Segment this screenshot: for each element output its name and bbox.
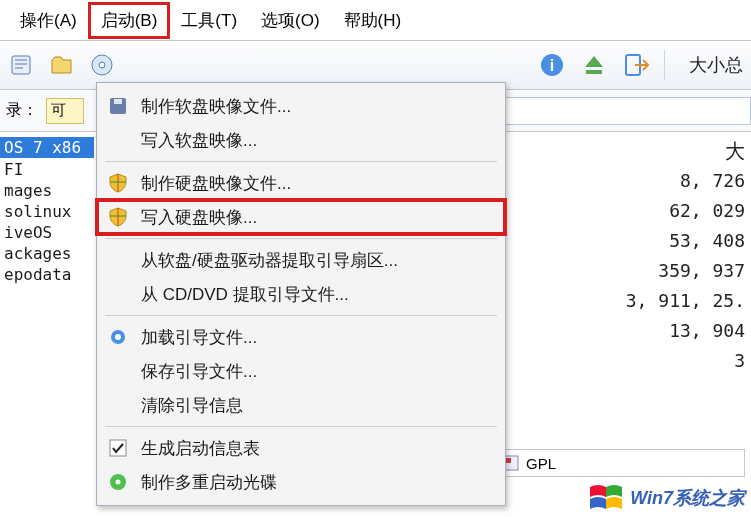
file-row[interactable]: epodata [0, 264, 100, 285]
svg-rect-12 [110, 440, 126, 456]
size-value: 3 [626, 346, 745, 376]
windows-logo-icon [588, 483, 624, 513]
file-row[interactable]: solinux [0, 201, 100, 222]
menu-write-hdd-image[interactable]: 写入硬盘映像... [97, 200, 505, 234]
svg-point-11 [115, 334, 121, 340]
record-input[interactable] [46, 98, 84, 124]
size-value: 62, 029 [626, 196, 745, 226]
file-row[interactable]: iveOS [0, 222, 100, 243]
svg-rect-5 [586, 70, 602, 74]
check-icon [107, 437, 129, 459]
blank-icon [107, 129, 129, 151]
floppy-icon [107, 95, 129, 117]
menu-load-boot-file[interactable]: 加载引导文件... [97, 320, 505, 354]
size-value: 359, 937 [626, 256, 745, 286]
menu-write-floppy-image[interactable]: 写入软盘映像... [97, 123, 505, 157]
menu-make-hdd-image[interactable]: 制作硬盘映像文件... [97, 166, 505, 200]
watermark: Win7系统之家 [588, 483, 745, 513]
blank-icon [107, 283, 129, 305]
shield-icon [107, 206, 129, 228]
menu-help[interactable]: 帮助(H) [332, 3, 414, 38]
svg-point-2 [99, 62, 105, 68]
info-icon[interactable]: i [538, 51, 566, 79]
toolbar-open-icon[interactable] [48, 51, 76, 79]
menu-item-label: 加载引导文件... [141, 326, 257, 349]
exit-icon[interactable] [622, 51, 650, 79]
sizes-column: 大 8, 726 62, 029 53, 408 359, 937 3, 911… [626, 136, 751, 376]
file-row-selected[interactable]: OS 7 x86 [0, 137, 94, 158]
svg-point-14 [116, 480, 121, 485]
boot-menu-dropdown: 制作软盘映像文件... 写入软盘映像... 制作硬盘映像文件... 写入硬盘映像… [96, 82, 506, 506]
path-input[interactable] [464, 97, 751, 125]
size-header: 大 [626, 136, 745, 166]
menu-item-label: 制作硬盘映像文件... [141, 172, 291, 195]
gpl-label: GPL [526, 455, 556, 472]
menu-operate[interactable]: 操作(A) [8, 3, 89, 38]
menu-item-label: 从 CD/DVD 提取引导文件... [141, 283, 349, 306]
svg-rect-9 [114, 99, 122, 104]
record-label: 录： [6, 100, 38, 121]
menu-clear-boot-info[interactable]: 清除引导信息 [97, 388, 505, 422]
menu-item-label: 写入硬盘映像... [141, 206, 257, 229]
size-value: 53, 408 [626, 226, 745, 256]
menu-item-label: 制作软盘映像文件... [141, 95, 291, 118]
size-value: 8, 726 [626, 166, 745, 196]
file-row[interactable]: mages [0, 180, 100, 201]
menu-item-label: 生成启动信息表 [141, 437, 260, 460]
eject-icon[interactable] [580, 51, 608, 79]
menu-options[interactable]: 选项(O) [249, 3, 332, 38]
shield-icon [107, 172, 129, 194]
bottom-strip: GPL [495, 449, 745, 477]
menu-boot[interactable]: 启动(B) [89, 3, 170, 38]
menu-extract-boot-cd[interactable]: 从 CD/DVD 提取引导文件... [97, 277, 505, 311]
menu-tools[interactable]: 工具(T) [169, 3, 249, 38]
cd-green-icon [107, 471, 129, 493]
blank-icon [107, 394, 129, 416]
menubar: 操作(A) 启动(B) 工具(T) 选项(O) 帮助(H) [0, 0, 751, 40]
menu-item-label: 保存引导文件... [141, 360, 257, 383]
svg-rect-0 [12, 56, 30, 74]
menu-item-label: 从软盘/硬盘驱动器提取引导扇区... [141, 249, 398, 272]
svg-rect-16 [506, 458, 511, 463]
menu-item-label: 写入软盘映像... [141, 129, 257, 152]
file-row[interactable]: FI [0, 159, 100, 180]
toolbar-cd-icon[interactable] [88, 51, 116, 79]
toolbar-new-icon[interactable] [8, 51, 36, 79]
blank-icon [107, 360, 129, 382]
file-list: OS 7 x86 FI mages solinux iveOS ackages … [0, 132, 100, 517]
menu-make-floppy-image[interactable]: 制作软盘映像文件... [97, 89, 505, 123]
menu-item-label: 制作多重启动光碟 [141, 471, 277, 494]
menu-gen-boot-info-table[interactable]: 生成启动信息表 [97, 431, 505, 465]
menu-item-label: 清除引导信息 [141, 394, 243, 417]
size-value: 3, 911, 25. [626, 286, 745, 316]
menu-extract-boot-sector[interactable]: 从软盘/硬盘驱动器提取引导扇区... [97, 243, 505, 277]
menu-save-boot-file[interactable]: 保存引导文件... [97, 354, 505, 388]
svg-text:i: i [550, 57, 554, 74]
size-total-label: 大小总 [689, 53, 743, 77]
watermark-text: Win7系统之家 [630, 486, 745, 510]
gear-icon [107, 326, 129, 348]
file-row[interactable]: ackages [0, 243, 100, 264]
size-value: 13, 904 [626, 316, 745, 346]
menu-make-multiboot-cd[interactable]: 制作多重启动光碟 [97, 465, 505, 499]
blank-icon [107, 249, 129, 271]
